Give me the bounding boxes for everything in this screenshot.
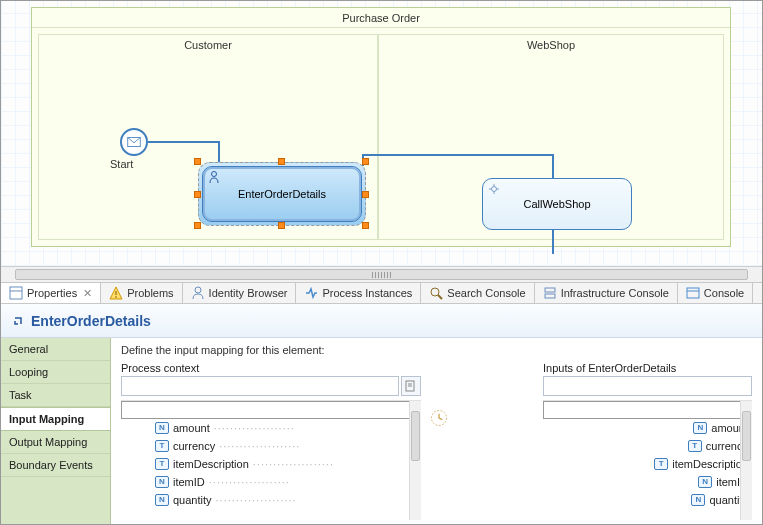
process-context-column: Process context ◢DO_PurchaseOrder·······… [121,362,421,520]
tab-label: Identity Browser [209,287,288,299]
task-enter-order-details[interactable]: EnterOrderDetails [202,166,362,222]
view-tabs: Properties ✕ Problems Identity Browser P… [1,282,762,304]
tab-identity-browser[interactable]: Identity Browser [183,283,297,303]
tree-node-label: itemDescription [672,458,748,470]
vtab-general[interactable]: General [1,338,110,361]
sequence-flow [362,154,552,156]
tree-filler: ···················· [214,422,421,434]
type-icon: T [688,440,702,452]
filter-icon [405,380,417,392]
user-task-icon [209,171,219,183]
tab-problems[interactable]: Problems [101,283,182,303]
type-icon: T [654,458,668,470]
tab-search-console[interactable]: Search Console [421,283,534,303]
sequence-flow [552,154,554,178]
mapping-gutter [427,362,537,520]
tree-node[interactable]: TitemDescription···················· [121,455,421,473]
process-context-tree[interactable]: ◢DO_PurchaseOrder················Namount… [121,400,421,520]
tree-filler: ···················· [209,476,421,488]
tree-node-label: amount [173,422,210,434]
search-icon [429,286,443,300]
vtab-looping[interactable]: Looping [1,361,110,384]
type-icon: N [155,494,169,506]
tree-node[interactable]: TitemDescription [543,455,752,473]
tree-root[interactable]: ◢DO_PurchaseOrder················ [121,401,421,419]
tab-label: Infrastructure Console [561,287,669,299]
tab-label: Properties [27,287,77,299]
input-mapping-panel: Define the input mapping for this elemen… [111,338,762,524]
filter-button[interactable] [401,376,421,396]
tree-filler: ···················· [219,440,421,452]
bpmn-canvas[interactable]: Purchase Order Customer WebShop Start [1,1,762,266]
sequence-flow [218,141,220,166]
vertical-scrollbar[interactable] [409,401,421,520]
tab-infrastructure-console[interactable]: Infrastructure Console [535,283,678,303]
vtab-task[interactable]: Task [1,384,110,407]
tab-process-instances[interactable]: Process Instances [296,283,421,303]
type-icon: N [691,494,705,506]
type-icon: N [155,476,169,488]
lane-customer-title: Customer [39,35,377,55]
tree-filler: ···················· [253,458,421,470]
type-icon: T [155,458,169,470]
pool-title: Purchase Order [32,8,730,28]
task-call-webshop[interactable]: CallWebShop [482,178,632,230]
instances-icon [304,286,318,300]
sequence-flow [552,230,554,254]
tree-node-label: itemDescription [173,458,249,470]
person-icon [191,286,205,300]
tree-node[interactable]: Nquantity···················· [121,491,421,509]
vtab-input-mapping[interactable]: Input Mapping [1,407,110,431]
horizontal-scrollbar[interactable] [1,266,762,282]
svg-point-13 [431,288,439,296]
tab-console[interactable]: Console [678,283,753,303]
tree-node-label: itemID [173,476,205,488]
tab-properties[interactable]: Properties ✕ [1,283,101,303]
tree-node[interactable]: Nquantity [543,491,752,509]
tree-filler: ···················· [216,494,421,506]
task-label: EnterOrderDetails [238,188,326,200]
vertical-scrollbar[interactable] [740,401,752,520]
process-context-filter-input[interactable] [121,376,399,396]
service-task-icon [489,183,499,195]
properties-vertical-tabs: General Looping Task Input Mapping Outpu… [1,338,111,524]
svg-rect-7 [10,287,22,299]
tree-node[interactable]: Tcurrency [543,437,752,455]
properties-icon [9,286,23,300]
tree-node[interactable]: NitemID [543,473,752,491]
vtab-boundary-events[interactable]: Boundary Events [1,454,110,477]
type-icon: T [155,440,169,452]
server-icon [543,286,557,300]
task-label: CallWebShop [523,198,590,210]
tree-node[interactable]: Namount···················· [121,419,421,437]
lane-webshop-title: WebShop [379,35,723,55]
svg-rect-16 [545,294,555,298]
start-event-label: Start [110,158,133,170]
vtab-output-mapping[interactable]: Output Mapping [1,431,110,454]
tab-label: Process Instances [322,287,412,299]
tree-root[interactable]: ◢DO_PurchaseOrder [543,401,752,419]
type-icon: N [155,422,169,434]
close-icon[interactable]: ✕ [83,287,92,300]
scrollbar-thumb[interactable] [15,269,748,280]
collapse-icon[interactable] [13,316,23,326]
tab-label: Console [704,287,744,299]
warning-icon [109,286,123,300]
type-icon: N [698,476,712,488]
start-event[interactable] [120,128,148,156]
scrollbar-thumb[interactable] [742,411,751,461]
pool-purchase-order[interactable]: Purchase Order Customer WebShop Start [31,7,731,247]
svg-point-1 [212,172,217,177]
inputs-label: Inputs of EnterOrderDetails [543,362,752,374]
svg-point-12 [195,287,201,293]
svg-rect-15 [545,288,555,292]
inputs-filter-input[interactable] [543,376,752,396]
tree-node[interactable]: Namount [543,419,752,437]
tree-node[interactable]: Tcurrency···················· [121,437,421,455]
tree-node[interactable]: NitemID···················· [121,473,421,491]
mapping-hint-icon [427,406,451,430]
scrollbar-thumb[interactable] [411,411,420,461]
tab-label: Search Console [447,287,525,299]
console-icon [686,286,700,300]
inputs-tree[interactable]: ◢DO_PurchaseOrderNamountTcurrencyTitemDe… [543,400,752,520]
